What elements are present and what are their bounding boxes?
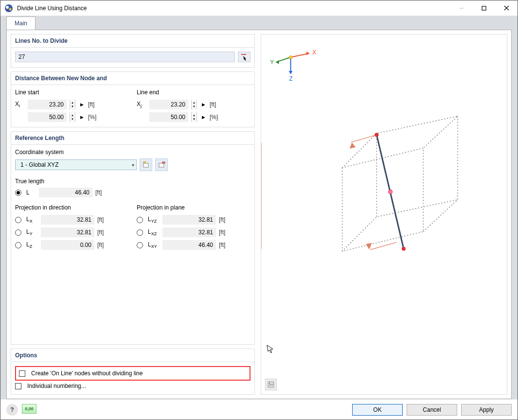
xj-label: Xj <box>137 101 146 108</box>
help-button[interactable]: ? <box>6 404 18 416</box>
svg-point-34 <box>269 383 270 384</box>
opt-individual-numbering[interactable]: Individual numbering... <box>15 383 250 389</box>
proj-dir-label: Projection in direction <box>15 204 129 211</box>
content-area: Lines No. to Divide Distance Between New… <box>6 30 512 399</box>
L-label: L <box>26 189 36 196</box>
true-length-radio[interactable] <box>15 190 21 196</box>
svg-point-2 <box>9 8 12 10</box>
units-button[interactable]: 0,00 <box>22 404 36 414</box>
svg-point-30 <box>375 133 378 137</box>
xj-percent-input[interactable] <box>149 112 188 122</box>
svg-text:X: X <box>312 49 316 56</box>
maximize-button[interactable] <box>473 0 495 16</box>
window-controls <box>450 0 518 16</box>
pct-unit: [%] <box>88 114 101 121</box>
lz-radio[interactable] <box>15 242 21 248</box>
opt-individual-numbering-checkbox[interactable] <box>15 383 21 389</box>
reference-panel: Reference Length Coordinate system 1 - G… <box>11 131 255 345</box>
svg-rect-4 <box>482 6 486 10</box>
svg-rect-13 <box>162 162 165 163</box>
dialog-body: Main Lines No. to Divide <box>0 16 518 399</box>
xi-value-input[interactable] <box>28 100 67 109</box>
lines-no-header: Lines No. to Divide <box>11 35 254 48</box>
svg-point-31 <box>402 247 406 251</box>
lyz-radio[interactable] <box>137 217 143 223</box>
button-bar: ? 0,00 OK Cancel Apply <box>0 399 518 420</box>
ok-button[interactable]: OK <box>352 404 403 416</box>
true-length-value <box>39 188 92 197</box>
minimize-button[interactable] <box>450 0 473 16</box>
xi-pct-spinner[interactable]: ▲▼ <box>70 112 75 122</box>
lx-value <box>41 215 94 225</box>
opt-online-nodes[interactable]: Create 'On Line' nodes without dividing … <box>19 370 247 377</box>
reference-header: Reference Length <box>11 132 254 145</box>
svg-line-27 <box>351 135 377 142</box>
xi-spinner[interactable]: ▲▼ <box>70 100 75 109</box>
svg-point-0 <box>5 4 13 12</box>
ly-radio[interactable] <box>15 229 21 236</box>
svg-marker-15 <box>306 52 309 55</box>
lines-no-panel: Lines No. to Divide <box>11 34 255 68</box>
xj-value-input[interactable] <box>149 100 188 109</box>
tab-main[interactable]: Main <box>6 17 36 30</box>
svg-point-1 <box>6 6 9 9</box>
window-title: Divide Line Using Distance <box>17 5 450 12</box>
distance-header: Distance Between New Node and <box>11 72 254 85</box>
apply-button[interactable]: Apply <box>461 404 512 416</box>
coord-system-label: Coordinate system <box>15 149 250 156</box>
pick-lines-button[interactable] <box>238 52 250 62</box>
distance-panel: Distance Between New Node and Line start… <box>11 71 255 127</box>
lyz-value <box>162 215 216 225</box>
chevron-down-icon: ▾ <box>132 162 134 168</box>
preview-panel: X Y Z <box>261 34 507 395</box>
left-column: Lines No. to Divide Distance Between New… <box>11 34 255 395</box>
titlebar: Divide Line Using Distance <box>0 0 518 16</box>
svg-marker-25 <box>350 143 355 148</box>
lx-radio[interactable] <box>15 217 21 223</box>
lines-no-input[interactable] <box>15 52 235 62</box>
preview-svg: X Y Z <box>261 35 507 394</box>
svg-rect-12 <box>159 163 164 167</box>
true-length-label: True length <box>15 178 250 185</box>
svg-rect-10 <box>143 163 148 167</box>
cursor-icon <box>266 344 275 353</box>
svg-marker-17 <box>276 60 279 64</box>
save-image-button[interactable] <box>265 379 277 390</box>
lxy-value <box>162 240 216 250</box>
tabstrip: Main <box>6 16 36 29</box>
xj-pct-spinner[interactable]: ▲▼ <box>191 112 197 122</box>
coord-system-combo[interactable]: 1 - Global XYZ ▾ <box>15 159 137 170</box>
lxy-radio[interactable] <box>137 242 143 248</box>
xj-spinner[interactable]: ▲▼ <box>191 100 197 109</box>
svg-line-28 <box>370 243 396 250</box>
options-panel: Options Create 'On Line' nodes without d… <box>11 349 255 395</box>
right-column: X Y Z <box>261 34 507 395</box>
xi-apply-button[interactable]: ▶ <box>78 100 85 109</box>
cancel-button[interactable]: Cancel <box>407 404 457 416</box>
close-button[interactable] <box>495 0 518 16</box>
xi-pct-apply-button[interactable]: ▶ <box>78 112 85 122</box>
new-coord-button[interactable] <box>140 158 152 171</box>
lz-value <box>41 240 94 250</box>
coord-system-value: 1 - Global XYZ <box>20 161 59 168</box>
dialog-window: Divide Line Using Distance Main Lines No… <box>0 0 518 420</box>
svg-point-20 <box>289 56 292 59</box>
svg-marker-11 <box>143 161 146 163</box>
svg-point-32 <box>389 190 393 194</box>
edit-coord-button[interactable] <box>155 158 168 171</box>
highlighted-option: Create 'On Line' nodes without dividing … <box>15 366 250 381</box>
lxz-radio[interactable] <box>137 229 143 236</box>
line-end-label: Line end <box>137 89 250 96</box>
options-header: Options <box>11 349 254 362</box>
svg-text:Z: Z <box>289 75 293 82</box>
xi-label: Xi <box>15 101 25 108</box>
opt-online-nodes-checkbox[interactable] <box>19 370 25 377</box>
ly-value <box>41 228 94 237</box>
svg-marker-19 <box>289 71 293 74</box>
svg-marker-26 <box>366 244 371 249</box>
xi-percent-input[interactable] <box>28 112 67 122</box>
xj-apply-button[interactable]: ▶ <box>200 100 207 109</box>
proj-plane-label: Projection in plane <box>137 204 250 211</box>
lxz-value <box>162 228 216 237</box>
xj-pct-apply-button[interactable]: ▶ <box>200 112 207 122</box>
